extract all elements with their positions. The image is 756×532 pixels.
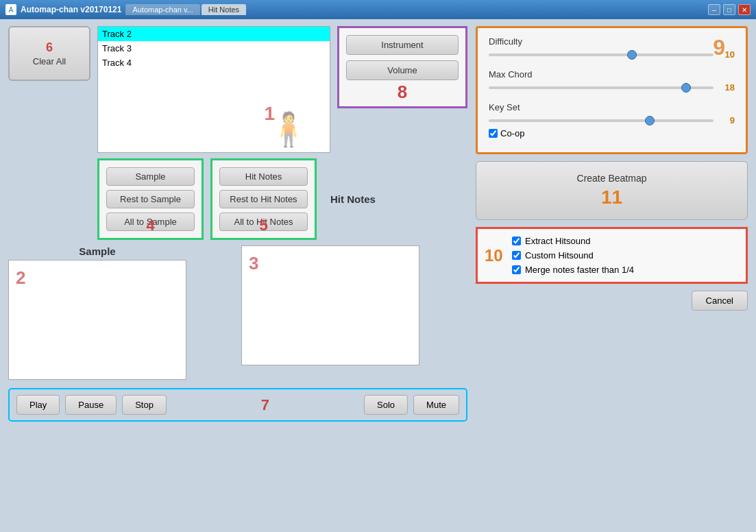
maximize-button[interactable]: □ [723,4,735,15]
app-title: Automap-chan v20170121 [21,5,121,14]
track-item-3[interactable]: Track 3 [98,41,330,56]
difficulty-slider-row: 10 [489,49,735,60]
extract-hitsound-label: Extract Hitsound [525,236,590,246]
minimize-button[interactable]: – [708,4,720,15]
track-list: Track 2 Track 3 Track 4 1 🧍 [97,26,330,153]
max-chord-value: 18 [718,82,735,93]
options-inner: Extract Hitsound Custom Hitsound Merge n… [512,236,736,275]
main-area: 6 Clear All Track 2 Track 3 Track 4 1 🧍 … [0,19,756,532]
track-item-2[interactable]: Track 2 [98,27,330,41]
difficulty-slider[interactable] [489,53,714,56]
hit-notes-label: Hit Notes [330,193,376,205]
left-column: 6 Clear All Track 2 Track 3 Track 4 1 🧍 … [8,26,467,525]
solo-button[interactable]: Solo [364,395,408,415]
pause-button[interactable]: Pause [65,395,117,415]
play-button[interactable]: Play [16,395,60,415]
sample-section: Sample 2 [8,245,186,380]
titlebar-controls: – □ ✕ [708,4,751,15]
coop-row: Co-op [489,128,735,138]
sample-list-number: 2 [16,267,25,289]
hit-notes-list[interactable]: 3 [241,245,419,365]
titlebar: A Automap-chan v20170121 Automap-chan v.… [0,0,756,19]
titlebar-left: A Automap-chan v20170121 Automap-chan v.… [5,4,246,15]
titlebar-tabs: Automap-chan v... Hit Notes [125,4,246,15]
instrument-button[interactable]: Instrument [346,35,459,55]
row3: Sample 2 3 [8,245,467,380]
sample-list[interactable]: 2 [8,260,186,380]
difficulty-label: Difficulty [489,36,735,47]
difficulty-box-number: 9 [713,35,725,60]
extract-hitsound-row: Extract Hitsound [512,236,736,246]
difficulty-box: 9 Difficulty 10 Max Chord 18 Key Set [476,26,748,154]
row1: 6 Clear All Track 2 Track 3 Track 4 1 🧍 … [8,26,467,153]
middle-spacer [193,245,234,380]
key-set-slider-section: Key Set 9 Co-op [489,102,735,138]
close-button[interactable]: ✕ [738,4,751,15]
merge-notes-checkbox[interactable] [512,265,521,274]
max-chord-slider-row: 18 [489,82,735,93]
coop-label: Co-op [500,128,524,138]
key-set-value: 9 [718,115,735,125]
clear-all-number: 6 [46,40,53,55]
hit-notes-button[interactable]: Hit Notes [219,167,308,186]
custom-hitsound-row: Custom Hitsound [512,250,736,261]
tab-automap[interactable]: Automap-chan v... [125,4,199,15]
mute-button[interactable]: Mute [413,395,459,415]
cancel-button[interactable]: Cancel [692,291,748,311]
character-image: 🧍 [268,110,309,149]
custom-hitsound-checkbox[interactable] [512,251,521,260]
sample-controls: Sample Rest to Sample All to Sample 4 [97,158,204,240]
sample-label: Sample [8,245,186,257]
hit-notes-section-label: Hit Notes [330,193,376,205]
tab-hitnotes[interactable]: Hit Notes [202,4,246,15]
row2: Sample Rest to Sample All to Sample 4 Hi… [8,158,467,240]
create-beatmap-number: 11 [487,186,736,208]
playback-bar: Play Pause Stop 7 Solo Mute [8,388,467,422]
coop-checkbox[interactable] [489,129,498,138]
max-chord-label: Max Chord [489,69,735,80]
merge-notes-row: Merge notes faster than 1/4 [512,265,736,275]
instrument-box: Instrument Volume 8 [337,26,467,108]
max-chord-slider-section: Max Chord 18 [489,69,735,93]
instrument-box-number: 8 [398,82,407,103]
cancel-row: Cancel [476,291,748,311]
difficulty-slider-section: Difficulty 10 [489,36,735,60]
all-to-sample-button[interactable]: All to Sample [106,213,195,231]
app-icon: A [5,4,16,15]
rest-to-sample-button[interactable]: Rest to Sample [106,190,195,208]
stop-button[interactable]: Stop [122,395,167,415]
track-item-4[interactable]: Track 4 [98,56,330,70]
max-chord-slider[interactable] [489,86,714,89]
playback-number: 7 [172,396,358,414]
key-set-label: Key Set [489,102,735,112]
create-beatmap-label: Create Beatmap [487,173,736,184]
key-set-slider-row: 9 [489,115,735,125]
hit-notes-section: 3 [241,245,419,380]
clear-all-button[interactable]: 6 Clear All [8,26,90,81]
rest-to-hit-button[interactable]: Rest to Hit Notes [219,190,308,208]
right-column: 9 Difficulty 10 Max Chord 18 Key Set [476,26,748,525]
clear-all-label: Clear All [33,56,66,66]
hit-notes-list-number: 3 [249,253,258,274]
volume-button[interactable]: Volume [346,60,459,80]
options-box: 10 Extract Hitsound Custom Hitsound Merg… [476,227,748,284]
merge-notes-label: Merge notes faster than 1/4 [525,265,634,275]
all-to-hit-button[interactable]: All to Hit Notes [219,213,308,231]
custom-hitsound-label: Custom Hitsound [525,250,594,261]
key-set-slider[interactable] [489,119,714,122]
extract-hitsound-checkbox[interactable] [512,237,521,245]
hit-controls: Hit Notes Rest to Hit Notes All to Hit N… [210,158,317,240]
options-number: 10 [485,246,503,265]
create-beatmap-box[interactable]: Create Beatmap 11 [476,161,748,220]
sample-button[interactable]: Sample [106,167,195,186]
